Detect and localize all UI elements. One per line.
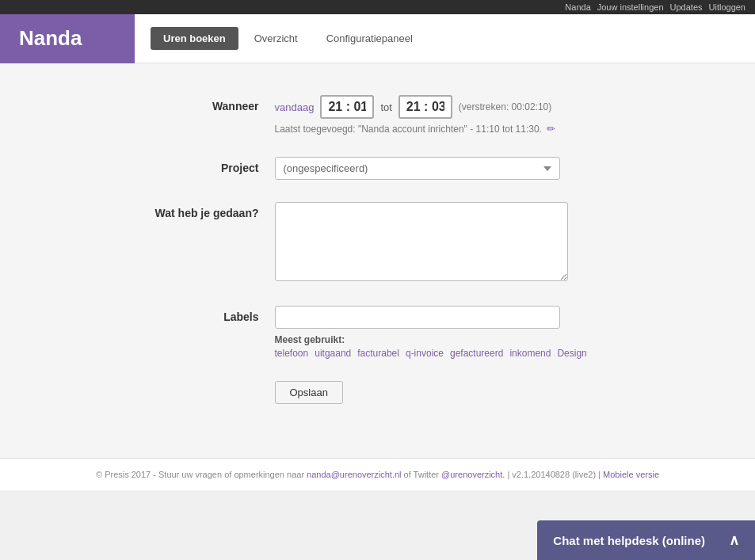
chat-label: Chat met helpdesk (online): [553, 534, 705, 547]
footer-version: | v2.1.20140828 (live2) |: [507, 470, 601, 479]
footer-twitter-prefix: of Twitter: [404, 470, 439, 479]
logo: Nanda: [0, 14, 135, 63]
meest-gebruikt-section: Meest gebruikt: telefoonuitgaandfacturab…: [275, 333, 663, 359]
project-select[interactable]: (ongespecificeerd): [275, 157, 560, 180]
wat-field: [275, 202, 663, 284]
time-from-input[interactable]: [320, 95, 374, 119]
tag-link[interactable]: facturabel: [357, 348, 399, 359]
project-field: (ongespecificeerd): [275, 157, 663, 180]
tot-label: tot: [380, 101, 391, 113]
tag-link[interactable]: gefactureerd: [450, 348, 503, 359]
labels-field: Meest gebruikt: telefoonuitgaandfacturab…: [275, 306, 663, 359]
footer-email[interactable]: nanda@urenoverzicht.nl: [307, 470, 401, 479]
form-container: Wanneer vandaag tot (verstreken: 00:02:1…: [77, 95, 679, 404]
tag-link[interactable]: uitgaand: [315, 348, 351, 359]
vandaag-link[interactable]: vandaag: [275, 101, 315, 113]
configuratiepaneel-link[interactable]: Configuratiepaneel: [314, 27, 425, 50]
footer: © Presis 2017 - Stuur uw vragen of opmer…: [0, 458, 755, 490]
footer-twitter[interactable]: @urenoverzicht.: [441, 470, 505, 479]
main-content: Wanneer vandaag tot (verstreken: 00:02:1…: [0, 63, 755, 458]
opslaan-button[interactable]: Opslaan: [275, 381, 343, 404]
tag-link[interactable]: telefoon: [275, 348, 309, 359]
wat-textarea[interactable]: [275, 202, 568, 281]
tag-link[interactable]: inkomend: [509, 348, 551, 359]
project-label: Project: [93, 157, 275, 174]
meest-gebruikt-label: Meest gebruikt:: [275, 334, 345, 345]
wat-label: Wat heb je gedaan?: [93, 202, 275, 219]
settings-link[interactable]: Jouw instellingen: [597, 2, 664, 12]
tag-list: telefoonuitgaandfacturabelq-invoicegefac…: [275, 348, 663, 359]
project-row: Project (ongespecificeerd): [93, 157, 663, 180]
uren-boeken-button[interactable]: Uren boeken: [151, 27, 238, 50]
labels-row: Labels Meest gebruikt: telefoonuitgaandf…: [93, 306, 663, 359]
opslaan-row: Opslaan: [93, 381, 663, 404]
tag-link[interactable]: Design: [557, 348, 586, 359]
wanneer-label: Wanneer: [93, 95, 275, 112]
verstreken-text: (verstreken: 00:02:10): [459, 101, 551, 112]
wat-row: Wat heb je gedaan?: [93, 202, 663, 284]
wanneer-field: vandaag tot (verstreken: 00:02:10) Laats…: [275, 95, 663, 135]
labels-label: Labels: [93, 306, 275, 323]
chat-chevron-icon: ∧: [729, 531, 739, 549]
top-bar: Nanda Jouw instellingen Updates Uitlogge…: [0, 0, 755, 14]
main-nav: Uren boeken Overzicht Configuratiepaneel: [135, 14, 425, 63]
tag-link[interactable]: q-invoice: [406, 348, 444, 359]
overzicht-link[interactable]: Overzicht: [242, 27, 311, 50]
chat-widget[interactable]: Chat met helpdesk (online) ∧: [537, 520, 755, 560]
edit-icon[interactable]: ✏: [547, 123, 555, 135]
username-label: Nanda: [565, 2, 590, 12]
last-added-text: Laatst toegevoegd: "Nanda account inrich…: [275, 123, 663, 135]
logout-link[interactable]: Uitloggen: [709, 2, 745, 12]
time-to-input[interactable]: [398, 95, 452, 119]
header: Nanda Uren boeken Overzicht Configuratie…: [0, 14, 755, 63]
wanneer-row: Wanneer vandaag tot (verstreken: 00:02:1…: [93, 95, 663, 135]
updates-link[interactable]: Updates: [670, 2, 703, 12]
labels-input[interactable]: [275, 306, 560, 329]
footer-copyright: © Presis 2017 - Stuur uw vragen of opmer…: [96, 470, 304, 479]
footer-mobile[interactable]: Mobiele versie: [603, 470, 659, 479]
